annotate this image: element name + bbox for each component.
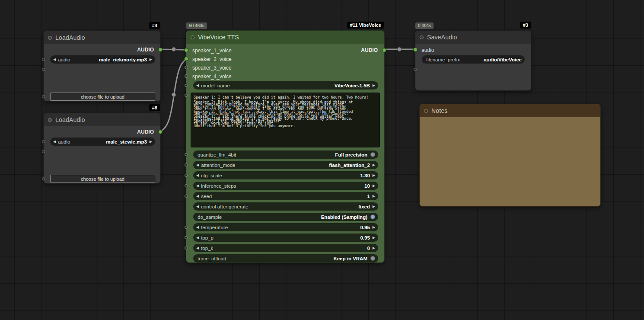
decrement-arrow-icon[interactable]: ◀ (196, 174, 199, 177)
widget-value: male_stewie.mp3 (106, 139, 147, 144)
collapse-dot-icon[interactable] (191, 35, 194, 39)
decrement-arrow-icon[interactable]: ◀ (53, 140, 56, 144)
link-midpoint-dot[interactable] (172, 48, 176, 51)
decrement-arrow-icon[interactable]: ◀ (196, 184, 199, 188)
input-dot-speaker-1-voice[interactable] (184, 48, 188, 52)
increment-arrow-icon[interactable]: ▶ (373, 195, 375, 198)
node-header[interactable]: VibeVoice TTS (186, 31, 384, 44)
increment-arrow-icon[interactable]: ▶ (373, 226, 375, 229)
notes-body[interactable] (420, 117, 600, 206)
widget-name: seed (201, 194, 212, 199)
widget-input-dot[interactable] (185, 236, 188, 239)
widget-input-dot[interactable] (185, 184, 188, 187)
output-dot-audio[interactable] (158, 130, 163, 134)
widget-row-control-after-generate[interactable]: ◀ control after generate fixed ▶ (193, 202, 378, 211)
comfyui-canvas[interactable]: { "icons": { "arrow_left": "◀", "arrow_r… (0, 0, 644, 320)
widget-name: model_name (201, 83, 230, 88)
widget-input-dot[interactable] (42, 68, 45, 71)
increment-arrow-icon[interactable]: ▶ (373, 174, 375, 177)
collapse-dot-icon[interactable] (424, 109, 428, 113)
toggle-circle-icon[interactable] (370, 152, 375, 157)
node-loadaudio-8[interactable]: #8 LoadAudio AUDIO ◀ audio male_stewie.m… (43, 113, 161, 184)
widget-input-dot[interactable] (185, 195, 188, 198)
input-dot-speaker-3-voice[interactable] (185, 66, 188, 69)
increment-arrow-icon[interactable]: ▶ (373, 184, 375, 188)
widget-row-top-p[interactable]: ◀ top_p 0.95 ▶ (193, 234, 378, 242)
node-id-badge: #3 (520, 22, 531, 29)
increment-arrow-icon[interactable]: ▶ (373, 163, 375, 167)
toggle-circle-icon[interactable] (370, 214, 375, 219)
widget-input-dot[interactable] (414, 68, 417, 71)
node-loadaudio-4[interactable]: #4 LoadAudio AUDIO ◀ audio male_rickmort… (43, 31, 161, 102)
widget-input-dot[interactable] (42, 58, 45, 61)
increment-arrow-icon[interactable]: ▶ (373, 84, 375, 87)
widget-row-seed[interactable]: ◀ seed 1 ▶ (193, 192, 378, 200)
decrement-arrow-icon[interactable]: ◀ (196, 236, 199, 240)
widget-value: fixed (358, 204, 370, 209)
node-notes[interactable]: Notes (419, 104, 601, 207)
output-dot-audio[interactable] (158, 48, 163, 52)
increment-arrow-icon[interactable]: ▶ (373, 205, 375, 208)
widget-input-dot[interactable] (185, 226, 188, 229)
widget-row-audio[interactable]: ◀ audio male_rickmorty.mp3 ▶ (50, 55, 155, 64)
widget-row-temperature[interactable]: ◀ temperature 0.95 ▶ (193, 223, 378, 231)
text-line: Speaker 1: I can't believe you did it ag… (194, 95, 377, 100)
choose-file-button[interactable]: choose file to upload (50, 175, 155, 183)
widget-value: flash_attention_2 (329, 163, 370, 168)
collapse-dot-icon[interactable] (48, 36, 52, 40)
increment-arrow-icon[interactable]: ▶ (150, 140, 152, 144)
widget-input-dot[interactable] (185, 174, 188, 177)
increment-arrow-icon[interactable]: ▶ (373, 236, 375, 240)
increment-arrow-icon[interactable]: ▶ (150, 58, 152, 61)
widget-row-model-name[interactable]: ◀ model_name VibeVoice-1.5B ▶ (193, 81, 378, 90)
node-id-badge: #4 (149, 22, 160, 29)
widget-name: audio (58, 139, 70, 144)
node-header[interactable]: LoadAudio (44, 113, 160, 126)
widget-row-quantize-llm-4bit[interactable]: quantize_llm_4bit Full precision (193, 150, 378, 159)
decrement-arrow-icon[interactable]: ◀ (196, 226, 199, 229)
widget-row-audio[interactable]: ◀ audio male_stewie.mp3 ▶ (50, 138, 155, 146)
decrement-arrow-icon[interactable]: ◀ (196, 205, 199, 208)
decrement-arrow-icon[interactable]: ◀ (196, 84, 199, 87)
input-dot-speaker-4-voice[interactable] (185, 74, 188, 78)
widget-input-dot[interactable] (185, 246, 188, 250)
link-midpoint-dot[interactable] (172, 93, 176, 97)
widget-input-dot[interactable] (42, 140, 45, 143)
decrement-arrow-icon[interactable]: ◀ (196, 163, 199, 167)
link-midpoint-dot[interactable] (398, 48, 402, 51)
output-dot-audio[interactable] (382, 48, 386, 52)
decrement-arrow-icon[interactable]: ◀ (196, 246, 199, 250)
collapse-dot-icon[interactable] (420, 35, 424, 39)
node-vibevoice-tts[interactable]: 50.463s #11 VibeVoice VibeVoice TTS spea… (186, 30, 385, 263)
widget-input-dot[interactable] (185, 153, 188, 156)
widget-input-dot[interactable] (42, 95, 45, 98)
decrement-arrow-icon[interactable]: ◀ (53, 58, 56, 61)
collapse-dot-icon[interactable] (48, 118, 52, 122)
node-header[interactable]: SaveAudio (415, 31, 531, 44)
widget-row-attention-mode[interactable]: ◀ attention_mode flash_attention_2 ▶ (193, 161, 378, 169)
widget-input-dot[interactable] (42, 177, 45, 180)
text-prompt-widget[interactable]: Speaker 1: I can't believe you did it ag… (191, 93, 380, 147)
widget-row-cfg-scale[interactable]: ◀ cfg_scale 1.30 ▶ (193, 171, 378, 179)
widget-input-dot[interactable] (185, 94, 188, 97)
widget-name: temperature (201, 225, 228, 230)
choose-file-button[interactable]: choose file to upload (50, 93, 155, 101)
node-header[interactable]: LoadAudio (44, 31, 160, 44)
widget-row-do-sample[interactable]: do_sample Enabled (Sampling) (193, 213, 378, 221)
node-saveaudio[interactable]: 0.404s #3 SaveAudio audio filename_prefi… (415, 30, 532, 91)
widget-value: 0.95 (360, 225, 370, 230)
widget-input-dot[interactable] (185, 163, 188, 166)
widget-input-dot[interactable] (185, 84, 188, 87)
widget-row-filename-prefix[interactable]: filename_prefix audio/VibeVoice (422, 55, 525, 64)
toggle-circle-icon[interactable] (370, 256, 375, 261)
input-dot-audio[interactable] (413, 48, 418, 52)
widget-row-force-offload[interactable]: force_offload Keep in VRAM (193, 254, 378, 262)
widget-input-dot[interactable] (42, 150, 45, 153)
widget-value: Keep in VRAM (333, 256, 367, 261)
increment-arrow-icon[interactable]: ▶ (373, 246, 375, 250)
widget-row-top-k[interactable]: ◀ top_k 0 ▶ (193, 244, 378, 252)
widget-row-inference-steps[interactable]: ◀ inference_steps 10 ▶ (193, 182, 378, 190)
node-header[interactable]: Notes (420, 104, 600, 117)
decrement-arrow-icon[interactable]: ◀ (196, 195, 199, 198)
input-dot-speaker-2-voice[interactable] (184, 57, 188, 61)
